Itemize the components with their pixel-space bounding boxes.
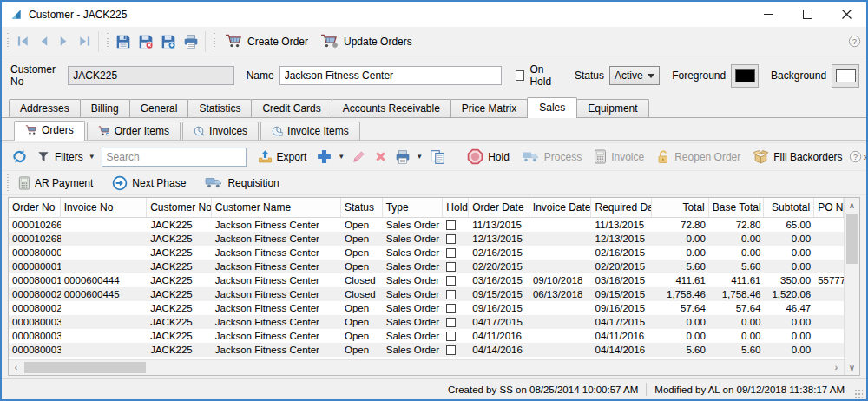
- nav-first-button[interactable]: [12, 33, 34, 49]
- foreground-color-button[interactable]: [731, 64, 759, 88]
- tab-statistics[interactable]: Statistics: [187, 99, 252, 117]
- on-hold-checkbox[interactable]: [516, 70, 525, 81]
- status-select[interactable]: Active: [609, 66, 660, 85]
- table-row[interactable]: 00008000150000600444JACK225Jackson Fitne…: [9, 273, 844, 287]
- help-icon[interactable]: ?: [849, 150, 862, 163]
- tab-sales[interactable]: Sales: [527, 97, 577, 118]
- column-header-type[interactable]: Type: [383, 198, 444, 217]
- tab-credit-cards[interactable]: Credit Cards: [251, 99, 332, 117]
- nav-next-button[interactable]: [54, 33, 74, 49]
- requisition-button[interactable]: Requisition: [199, 174, 285, 191]
- cell-base_total: 72.80: [709, 220, 765, 230]
- delete-button[interactable]: [370, 148, 391, 166]
- edit-button[interactable]: [348, 148, 370, 166]
- column-header-customer_name[interactable]: Customer Name: [212, 198, 341, 217]
- hold-checkbox[interactable]: [446, 276, 456, 286]
- save-delete-button[interactable]: [135, 32, 157, 51]
- invoice-button[interactable]: Invoice: [588, 148, 650, 166]
- customer-name-field[interactable]: [279, 66, 502, 85]
- hold-button[interactable]: Hold: [461, 147, 516, 167]
- save-button[interactable]: [112, 32, 135, 51]
- column-header-hold[interactable]: Hold: [443, 198, 469, 217]
- column-header-subtotal[interactable]: Subtotal: [764, 198, 814, 217]
- subtab-invoices[interactable]: Invoices: [182, 122, 259, 140]
- nav-previous-button[interactable]: [34, 33, 54, 49]
- add-button[interactable]: ▼: [312, 147, 348, 167]
- cell-total: 72.80: [652, 220, 709, 230]
- hold-checkbox[interactable]: [446, 290, 456, 299]
- table-row[interactable]: 0000800029JACK225Jackson Fitness CenterO…: [9, 301, 844, 315]
- vertical-scroll-thumb[interactable]: [846, 214, 858, 264]
- tab-equipment[interactable]: Equipment: [576, 99, 648, 117]
- refresh-button[interactable]: [9, 148, 30, 166]
- cell-customer_no: JACK225: [147, 289, 212, 299]
- tab-billing[interactable]: Billing: [80, 99, 130, 117]
- column-header-customer_no[interactable]: Customer No.: [147, 198, 212, 217]
- table-row[interactable]: 00008000240000600445JACK225Jackson Fitne…: [9, 287, 844, 301]
- vertical-scrollbar[interactable]: ∧ ∨: [844, 198, 859, 375]
- print-orders-button[interactable]: ▼: [391, 148, 426, 167]
- horizontal-scrollbar[interactable]: ‹ ›: [9, 359, 844, 375]
- column-header-order_no[interactable]: Order No: [9, 198, 61, 217]
- customer-no-field[interactable]: [68, 66, 233, 85]
- background-color-button[interactable]: [832, 64, 859, 88]
- tab-accounts-receivable[interactable]: Accounts Receivable: [332, 99, 451, 117]
- table-row[interactable]: 0000800034JACK225Jackson Fitness CenterO…: [9, 329, 844, 343]
- maximize-button[interactable]: [788, 2, 827, 27]
- subtab-order-items[interactable]: Order Items: [87, 122, 181, 140]
- column-header-po_num[interactable]: PO Num: [814, 198, 844, 217]
- column-header-base_total[interactable]: Base Total: [709, 198, 765, 217]
- scroll-right-icon[interactable]: ›: [829, 360, 844, 375]
- table-row[interactable]: 0000800011JACK225Jackson Fitness CenterO…: [9, 260, 844, 273]
- print-button[interactable]: [180, 32, 202, 51]
- cell-order_date: 09/16/2015: [469, 303, 529, 313]
- subtab-orders[interactable]: Orders: [14, 121, 85, 141]
- subtab-invoice-items[interactable]: Invoice Items: [260, 122, 360, 140]
- copy-button[interactable]: [426, 148, 449, 167]
- export-button[interactable]: Export: [252, 148, 313, 166]
- close-button[interactable]: [827, 2, 866, 27]
- tab-general[interactable]: General: [129, 99, 189, 117]
- table-row[interactable]: 0000102683JACK225Jackson Fitness CenterO…: [9, 232, 844, 246]
- scroll-down-icon[interactable]: ∨: [845, 360, 859, 375]
- hold-checkbox[interactable]: [446, 262, 456, 272]
- tab-addresses[interactable]: Addresses: [9, 99, 81, 117]
- column-header-total[interactable]: Total: [652, 198, 709, 217]
- cell-status: Open: [341, 247, 383, 258]
- column-header-order_date[interactable]: Order Date: [469, 198, 529, 217]
- hold-checkbox[interactable]: [446, 304, 456, 313]
- toolbar-overflow-icon[interactable]: »: [864, 151, 868, 163]
- table-row[interactable]: 0000102660JACK225Jackson Fitness CenterO…: [9, 218, 844, 232]
- hold-checkbox[interactable]: [446, 345, 456, 355]
- horizontal-scroll-thumb[interactable]: [24, 362, 146, 373]
- update-orders-button[interactable]: Update Orders: [314, 32, 418, 50]
- scroll-left-icon[interactable]: ‹: [9, 360, 23, 375]
- column-header-invoice_date[interactable]: Invoice Date: [529, 198, 592, 217]
- table-row[interactable]: 0000800005JACK225Jackson Fitness CenterO…: [9, 246, 844, 260]
- hold-checkbox[interactable]: [446, 220, 456, 230]
- minimize-button[interactable]: [749, 2, 788, 27]
- filters-button[interactable]: Filters ▼: [30, 148, 102, 165]
- tab-price-matrix[interactable]: Price Matrix: [450, 99, 528, 117]
- resize-grip[interactable]: [854, 389, 863, 398]
- next-phase-button[interactable]: Next Phase: [106, 174, 192, 193]
- column-header-required_date[interactable]: Required Date: [591, 198, 652, 217]
- column-header-invoice_no[interactable]: Invoice No: [61, 198, 147, 217]
- create-order-button[interactable]: Create Order: [219, 32, 314, 50]
- save-new-button[interactable]: [157, 32, 180, 51]
- help-icon[interactable]: ?: [848, 35, 861, 48]
- search-input[interactable]: [102, 148, 247, 167]
- column-header-status[interactable]: Status: [341, 198, 383, 217]
- hold-checkbox[interactable]: [446, 318, 456, 327]
- reopen-order-button[interactable]: Reopen Order: [650, 148, 746, 166]
- hold-checkbox[interactable]: [446, 332, 456, 341]
- table-row[interactable]: 0000800032JACK225Jackson Fitness CenterO…: [9, 315, 844, 329]
- hold-checkbox[interactable]: [446, 248, 456, 258]
- nav-last-button[interactable]: [74, 33, 95, 49]
- process-button[interactable]: Process: [516, 148, 588, 165]
- hold-checkbox[interactable]: [446, 234, 456, 244]
- scroll-up-icon[interactable]: ∧: [845, 198, 859, 213]
- table-row[interactable]: 0000800035JACK225Jackson Fitness CenterO…: [9, 343, 844, 357]
- fill-backorders-button[interactable]: Fill Backorders: [746, 148, 848, 166]
- ar-payment-button[interactable]: AR Payment: [12, 174, 99, 192]
